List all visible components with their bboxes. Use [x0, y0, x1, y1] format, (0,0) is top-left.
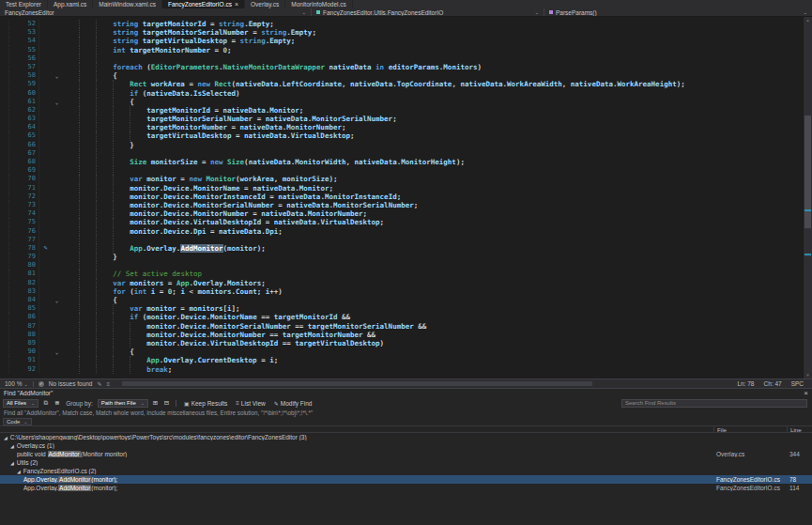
tab-fancyzoneseditorio-cs[interactable]: FancyZonesEditorIO.cs× — [162, 0, 245, 8]
breakpoint-margin[interactable] — [0, 218, 9, 226]
code-text[interactable]: { — [62, 296, 803, 304]
scrollbar-thumb[interactable] — [804, 116, 811, 228]
breakpoint-margin[interactable] — [0, 253, 9, 261]
member-dropdown[interactable]: ParseParams() ⌄ — [544, 8, 812, 16]
code-line[interactable]: 82var monitors = App.Overlay.Monitors; — [0, 279, 803, 287]
code-line[interactable]: 86if (monitor.Device.MonitorName == targ… — [0, 313, 803, 321]
code-text[interactable]: { — [62, 71, 803, 80]
code-line[interactable]: 91App.Overlay.CurrentDesktop = i; — [0, 356, 803, 364]
code-line[interactable]: 73monitor.Device.MonitorSerialNumber = n… — [0, 201, 803, 209]
code-text[interactable] — [62, 261, 803, 270]
expanded-triangle-icon[interactable]: ◢ — [4, 435, 8, 440]
code-text[interactable]: monitor.Device.MonitorName = nativeData.… — [62, 184, 803, 193]
code-line[interactable]: 83for (int i = 0; i < monitors.Count; i+… — [0, 287, 803, 296]
code-text[interactable]: foreach (EditorParameters.NativeMonitorD… — [62, 63, 803, 71]
edit-pencil-icon[interactable]: ✎ — [97, 380, 101, 387]
code-text[interactable]: targetMonitorId = nativeData.Monitor; — [62, 106, 803, 115]
breakpoint-margin[interactable] — [0, 115, 9, 123]
breakpoint-margin[interactable] — [0, 287, 9, 296]
breakpoint-margin[interactable] — [0, 227, 9, 236]
column-header-file[interactable]: File — [713, 426, 787, 432]
breakpoint-margin[interactable] — [0, 166, 9, 175]
find-result-group-row[interactable]: ◢Utils (2) — [0, 458, 812, 467]
breakpoint-margin[interactable] — [0, 261, 9, 270]
code-text[interactable]: monitor.Device.MonitorSerialNumber = nat… — [62, 201, 803, 209]
code-text[interactable]: var monitor = new Monitor(workArea, moni… — [62, 175, 803, 183]
code-text[interactable]: for (int i = 0; i < monitors.Count; i++) — [62, 287, 803, 296]
code-line[interactable]: 76monitor.Device.Dpi = nativeData.Dpi; — [0, 227, 803, 236]
type-dropdown[interactable]: FancyZonesEditor.Utils.FancyZonesEditorI… — [312, 8, 544, 16]
breakpoint-margin[interactable] — [0, 37, 9, 45]
code-line[interactable]: 54string targetVirtualDesktop = string.E… — [0, 37, 803, 45]
breakpoint-margin[interactable] — [0, 365, 9, 374]
breakpoint-margin[interactable] — [0, 236, 9, 244]
code-text[interactable]: string targetMonitorId = string.Empty; — [62, 20, 803, 28]
code-text[interactable]: } — [62, 141, 803, 149]
code-line[interactable]: 87monitor.Device.MonitorSerialNumber == … — [0, 322, 803, 331]
code-line[interactable]: 81// Set active desktop — [0, 270, 803, 278]
breakpoint-margin[interactable] — [0, 184, 9, 193]
expanded-triangle-icon[interactable]: ◢ — [17, 469, 21, 474]
select-all-icon[interactable]: ≣ — [53, 399, 61, 408]
code-text[interactable] — [62, 54, 803, 63]
breakpoint-margin[interactable] — [0, 201, 9, 209]
code-line[interactable]: 70var monitor = new Monitor(workArea, mo… — [0, 175, 803, 183]
code-line[interactable]: 52string targetMonitorId = string.Empty; — [0, 20, 803, 28]
code-text[interactable]: var monitors = App.Overlay.Monitors; — [62, 279, 803, 287]
breakpoint-margin[interactable] — [0, 80, 9, 88]
code-line[interactable]: 64targetMonitorNumber = nativeData.Monit… — [0, 123, 803, 131]
breakpoint-margin[interactable] — [0, 270, 9, 278]
code-line[interactable]: 61⌄{ — [0, 98, 803, 106]
breakpoint-margin[interactable] — [0, 131, 9, 140]
code-line[interactable]: 74monitor.Device.MonitorNumber = nativeD… — [0, 209, 803, 218]
breakpoint-margin[interactable] — [0, 20, 9, 28]
code-line[interactable]: 77 — [0, 236, 803, 244]
expanded-triangle-icon[interactable]: ◢ — [10, 443, 14, 449]
scope-dropdown[interactable]: All Files ⌄ — [3, 399, 38, 408]
breakpoint-margin[interactable] — [0, 331, 9, 339]
find-result-row[interactable]: App.Overlay.AddMonitor(monitor);FancyZon… — [0, 484, 812, 492]
zoom-control[interactable]: 100 % ⌄ — [5, 380, 28, 387]
lines-icon[interactable]: ≡ — [107, 381, 111, 387]
breakpoint-margin[interactable] — [0, 296, 9, 304]
code-line[interactable]: 63targetMonitorSerialNumber = nativeData… — [0, 115, 803, 123]
breakpoint-margin[interactable] — [0, 71, 9, 80]
code-text[interactable] — [62, 236, 803, 244]
code-text[interactable]: { — [62, 98, 803, 106]
tab-mainwindow-xaml-cs[interactable]: MainWindow.xaml.cs — [93, 0, 162, 8]
content-type-filter[interactable]: Code ⌄ — [3, 418, 32, 425]
code-text[interactable]: } — [62, 253, 803, 261]
code-text[interactable]: targetMonitorSerialNumber = nativeData.M… — [62, 115, 803, 123]
code-line[interactable]: 65targetVirtualDesktop = nativeData.Virt… — [0, 131, 803, 140]
group-by-dropdown[interactable]: Path then File ⌄ — [98, 399, 148, 408]
code-line[interactable]: 90⌄{ — [0, 347, 803, 356]
code-text[interactable]: monitor.Device.MonitorSerialNumber == ta… — [62, 322, 803, 331]
health-check-icon[interactable]: ✓ — [38, 381, 44, 387]
modify-find-button[interactable]: ✎ Modify Find — [271, 399, 315, 408]
code-line[interactable]: 75monitor.Device.VirtualDesktopId = nati… — [0, 218, 803, 226]
find-result-group-row[interactable]: ◢C:\Users\shaopengwang\Desktop\powertoys… — [0, 433, 812, 441]
breakpoint-margin[interactable] — [0, 347, 9, 356]
code-text[interactable]: monitor.Device.Dpi = nativeData.Dpi; — [62, 227, 803, 236]
find-result-group-row[interactable]: ◢FancyZonesEditorIO.cs (2) — [0, 467, 812, 475]
code-text[interactable]: monitor.Device.VirtualDesktopId == targe… — [62, 339, 803, 347]
vertical-scrollbar[interactable]: ▴ ▾ — [803, 17, 812, 378]
breakpoint-margin[interactable] — [0, 244, 9, 253]
breakpoint-margin[interactable] — [0, 89, 9, 98]
code-line[interactable]: 69 — [0, 166, 803, 175]
breakpoint-margin[interactable] — [0, 356, 9, 364]
code-editor[interactable]: 52string targetMonitorId = string.Empty;… — [0, 17, 812, 378]
code-line[interactable]: 84⌄{ — [0, 296, 803, 304]
code-text[interactable]: monitor.Device.MonitorNumber = nativeDat… — [62, 209, 803, 218]
code-line[interactable]: 92break; — [0, 365, 803, 374]
code-text[interactable]: if (nativeData.IsSelected) — [62, 89, 803, 98]
breakpoint-margin[interactable] — [0, 123, 9, 131]
scroll-down-icon[interactable]: ▾ — [804, 372, 812, 378]
breakpoint-margin[interactable] — [0, 158, 9, 166]
copy-icon[interactable]: ⧉ — [41, 399, 50, 408]
code-text[interactable]: monitor.Device.VirtualDesktopId = native… — [62, 218, 803, 226]
find-result-row[interactable]: App.Overlay.AddMonitor(monitor);FancyZon… — [0, 475, 812, 484]
breakpoint-margin[interactable] — [0, 304, 9, 313]
breakpoint-margin[interactable] — [0, 46, 9, 54]
project-dropdown[interactable]: FancyZonesEditor ⌄ — [0, 8, 312, 16]
